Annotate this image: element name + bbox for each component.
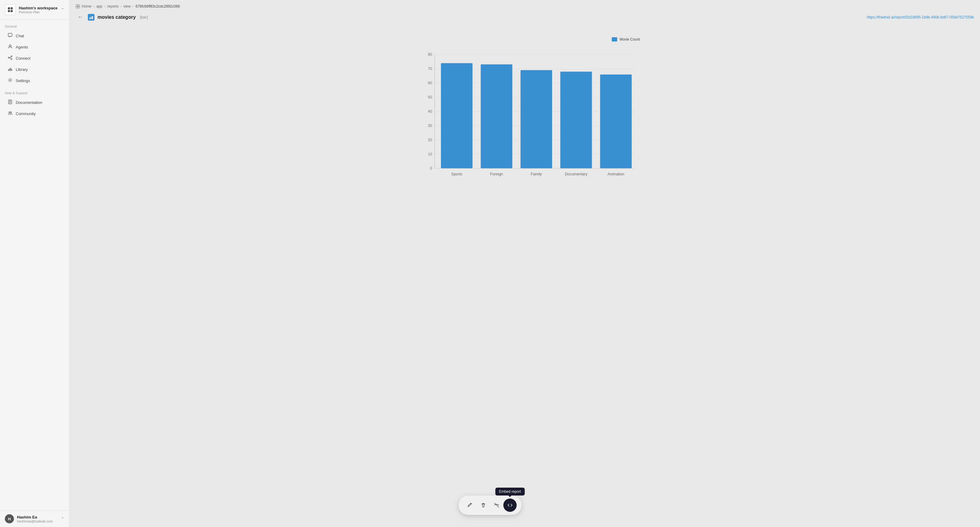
svg-rect-21 (89, 18, 90, 19)
svg-rect-20 (78, 7, 80, 8)
breadcrumb-reports[interactable]: reports (107, 4, 118, 8)
workspace-name: Hashim's workspace (19, 6, 57, 10)
embed-tooltip: Embed report (495, 488, 525, 495)
sidebar-item-settings[interactable]: Settings (2, 75, 67, 86)
chart-area: Movie Count (70, 25, 980, 527)
sidebar: Hashim's workspace Premium Plan ⌃ Genera… (0, 0, 70, 527)
svg-text:10: 10 (428, 152, 432, 156)
svg-text:0: 0 (430, 166, 432, 170)
svg-rect-46 (480, 65, 512, 169)
toolbar-popup: Embed report (458, 495, 522, 515)
svg-text:Family: Family (531, 172, 542, 176)
settings-label: Settings (16, 78, 30, 83)
chart-svg-wrapper: 0 10 20 30 40 50 60 70 80 Sports Foreign (419, 45, 640, 192)
svg-rect-52 (600, 75, 632, 169)
sidebar-item-chat[interactable]: Chat (2, 30, 67, 41)
community-icon (7, 111, 13, 116)
sidebar-item-connect[interactable]: Connect (2, 53, 67, 64)
community-label: Community (16, 111, 36, 116)
user-profile[interactable]: H Hashim Ea hashimea@outlook.com ⌃ (0, 510, 69, 527)
back-button[interactable]: ← (76, 13, 85, 21)
svg-rect-23 (92, 16, 93, 19)
svg-text:Animation: Animation (608, 172, 624, 176)
svg-text:50: 50 (428, 95, 432, 99)
svg-rect-12 (11, 69, 12, 71)
svg-point-5 (9, 45, 11, 47)
svg-rect-10 (9, 68, 10, 71)
workspace-plan: Premium Plan (19, 10, 57, 14)
svg-rect-1 (11, 7, 13, 10)
svg-rect-50 (560, 72, 592, 169)
svg-rect-9 (8, 69, 9, 71)
embed-button[interactable] (503, 498, 517, 512)
svg-text:80: 80 (428, 53, 432, 57)
documentation-icon (7, 100, 13, 105)
svg-point-8 (11, 59, 12, 60)
svg-rect-18 (78, 5, 80, 6)
user-name: Hashim Ea (17, 515, 53, 519)
sidebar-item-library[interactable]: Library (2, 64, 67, 75)
svg-rect-0 (8, 7, 10, 10)
chevron-icon: ⌃ (61, 7, 65, 12)
bar-chart-icon (88, 14, 94, 21)
chat-icon (7, 33, 13, 38)
connect-label: Connect (16, 56, 30, 61)
sidebar-item-agents[interactable]: Agents (2, 41, 67, 53)
breadcrumb-home[interactable]: Home (82, 4, 91, 8)
avatar: H (5, 514, 14, 523)
sidebar-item-documentation[interactable]: Documentation (2, 97, 67, 108)
connect-icon (7, 56, 13, 61)
svg-rect-22 (91, 17, 92, 19)
svg-point-13 (10, 80, 11, 81)
user-chevron-icon: ⌃ (61, 516, 65, 521)
breadcrumb-app[interactable]: app (96, 4, 102, 8)
agents-label: Agents (16, 45, 28, 49)
svg-text:Documentary: Documentary (565, 172, 587, 176)
svg-text:Foreign: Foreign (490, 172, 503, 176)
svg-point-16 (10, 112, 11, 113)
workspace-icon (5, 4, 16, 15)
user-email: hashimea@outlook.com (17, 519, 53, 523)
edit-button[interactable] (463, 498, 477, 512)
help-label: Help & Support (0, 86, 69, 97)
svg-rect-19 (76, 7, 78, 8)
breadcrumb-view[interactable]: view (123, 4, 130, 8)
breadcrumb: Home › app › reports › view › 676fc66ff8… (70, 0, 980, 11)
svg-rect-11 (10, 68, 11, 71)
svg-text:Sports: Sports (451, 172, 462, 176)
general-label: General (0, 20, 69, 30)
library-label: Library (16, 67, 28, 72)
delete-button[interactable] (477, 498, 490, 512)
hide-button[interactable] (490, 498, 503, 512)
chart-container: Movie Count (401, 31, 649, 210)
svg-point-7 (11, 56, 12, 57)
svg-text:60: 60 (428, 81, 432, 85)
breadcrumb-id: 676fc66ff83c2cdc2892c066 (135, 4, 180, 8)
svg-text:40: 40 (428, 109, 432, 113)
svg-rect-48 (520, 70, 552, 168)
agents-icon (7, 44, 13, 50)
chart-legend: Movie Count (419, 37, 640, 41)
documentation-label: Documentation (16, 100, 42, 105)
svg-rect-4 (8, 33, 12, 37)
legend-color-swatch (612, 37, 617, 41)
svg-rect-44 (441, 63, 473, 168)
legend-label: Movie Count (620, 37, 640, 41)
page-title-tag: [bar] (140, 15, 148, 19)
main-content: Home › app › reports › view › 676fc66ff8… (70, 0, 980, 527)
sidebar-item-community[interactable]: Community (2, 108, 67, 119)
svg-rect-2 (8, 10, 10, 12)
svg-text:20: 20 (428, 138, 432, 142)
workspace-header[interactable]: Hashim's workspace Premium Plan ⌃ (0, 0, 69, 20)
svg-point-15 (9, 112, 10, 113)
external-link[interactable]: https://flowtrail.ai/report/f2d18895-1b9… (867, 15, 974, 19)
chat-label: Chat (16, 33, 24, 38)
page-header: ← movies category [bar] https://flowtrai… (70, 11, 980, 25)
svg-rect-17 (76, 5, 78, 6)
svg-rect-3 (11, 10, 13, 12)
library-icon (7, 67, 13, 72)
settings-icon (7, 78, 13, 83)
page-title: movies category (97, 14, 136, 20)
svg-text:30: 30 (428, 124, 432, 128)
svg-text:70: 70 (428, 67, 432, 71)
